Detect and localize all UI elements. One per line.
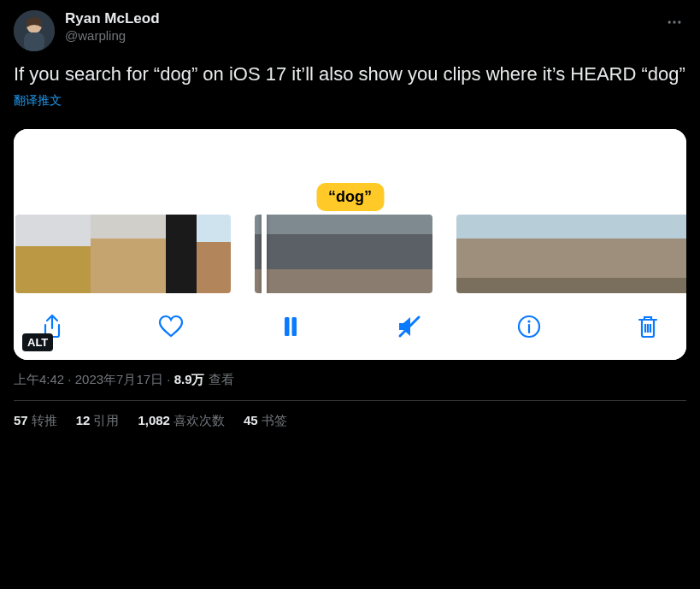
tweet-meta: 上午4:42 · 2023年7月17日 · 8.9万 查看 <box>14 372 686 388</box>
thumbnail <box>491 215 525 293</box>
thumbnail <box>128 215 166 293</box>
tweet-header: Ryan McLeod @warpling <box>14 10 686 51</box>
tweet-container: Ryan McLeod @warpling If you search for … <box>0 0 700 439</box>
pause-icon <box>277 313 304 340</box>
media-toolbar <box>14 297 686 360</box>
thumbnail <box>197 215 231 293</box>
tweet-time[interactable]: 上午4:42 <box>14 372 64 386</box>
clip-group[interactable] <box>456 215 686 293</box>
thumbnail <box>662 215 686 293</box>
thumbnail <box>388 215 432 293</box>
tweet-date[interactable]: 2023年7月17日 <box>75 372 163 386</box>
translate-link[interactable]: 翻译推文 <box>14 93 62 109</box>
playhead[interactable] <box>262 215 267 293</box>
more-button[interactable] <box>662 10 686 38</box>
pause-button[interactable] <box>276 312 305 341</box>
thumbnail <box>53 215 91 293</box>
avatar-image <box>14 10 55 51</box>
media-card[interactable]: “dog” <box>14 129 686 360</box>
tweet-stats: 57转推 12引用 1,082喜欢次数 45书签 <box>14 413 686 429</box>
thumbnail <box>15 215 53 293</box>
thumbnail <box>525 215 559 293</box>
svg-rect-7 <box>291 317 297 336</box>
svg-point-5 <box>678 21 680 23</box>
user-info: Ryan McLeod @warpling <box>65 10 652 44</box>
mute-icon <box>396 313 423 340</box>
avatar[interactable] <box>14 10 55 51</box>
user-handle[interactable]: @warpling <box>65 27 652 44</box>
likes-stat[interactable]: 1,082喜欢次数 <box>138 413 225 429</box>
video-timeline[interactable] <box>14 215 686 297</box>
tweet-text: If you search for “dog” on iOS 17 it’ll … <box>14 62 686 87</box>
trash-icon <box>634 313 662 340</box>
display-name[interactable]: Ryan McLeod <box>65 10 652 27</box>
mute-button[interactable] <box>395 312 424 341</box>
svg-rect-2 <box>24 32 44 51</box>
clip-group[interactable] <box>255 215 432 293</box>
thumbnail <box>166 215 197 293</box>
media-header: “dog” <box>14 129 686 215</box>
svg-point-3 <box>668 21 671 23</box>
thumbnail <box>593 215 627 293</box>
info-icon <box>515 313 543 340</box>
caption-highlight: “dog” <box>316 183 384 211</box>
views-label[interactable]: 查看 <box>205 372 234 386</box>
thumbnail <box>559 215 593 293</box>
thumbnail <box>344 215 388 293</box>
delete-button[interactable] <box>633 312 662 341</box>
ellipsis-icon <box>666 14 683 31</box>
thumbnail <box>299 215 344 293</box>
svg-point-4 <box>673 21 675 23</box>
svg-rect-6 <box>285 317 290 336</box>
alt-badge[interactable]: ALT <box>22 333 53 351</box>
info-button[interactable] <box>515 312 544 341</box>
like-button[interactable] <box>156 312 185 341</box>
thumbnail <box>627 215 662 293</box>
views-count: 8.9万 <box>174 372 205 386</box>
clip-group[interactable] <box>15 215 231 293</box>
divider <box>14 400 686 401</box>
thumbnail <box>456 215 491 293</box>
retweets-stat[interactable]: 57转推 <box>14 413 57 429</box>
quotes-stat[interactable]: 12引用 <box>76 413 120 429</box>
bookmarks-stat[interactable]: 45书签 <box>244 413 287 429</box>
svg-point-10 <box>527 320 530 322</box>
heart-icon <box>157 313 185 340</box>
thumbnail <box>91 215 128 293</box>
